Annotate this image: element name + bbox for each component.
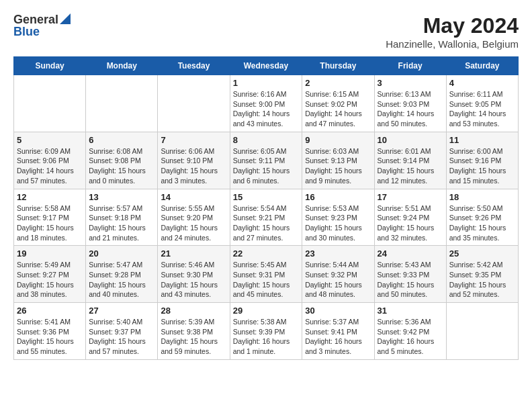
day-number: 11 [449,135,515,145]
weekday-header: Sunday [14,57,86,75]
day-info: Sunrise: 6:05 AM Sunset: 9:11 PM Dayligh… [233,146,300,186]
day-info: Sunrise: 5:51 AM Sunset: 9:24 PM Dayligh… [378,203,443,243]
day-info: Sunrise: 5:41 AM Sunset: 9:36 PM Dayligh… [17,317,83,357]
day-number: 3 [378,78,443,88]
day-info: Sunrise: 5:42 AM Sunset: 9:35 PM Dayligh… [449,260,515,300]
calendar-cell: 5Sunrise: 6:09 AM Sunset: 9:06 PM Daylig… [14,132,86,189]
calendar-cell: 30Sunrise: 5:37 AM Sunset: 9:41 PM Dayli… [302,303,374,360]
logo-blue-text: Blue [13,26,40,38]
day-number: 1 [233,78,300,88]
logo: General Blue [13,13,71,38]
calendar-cell: 19Sunrise: 5:49 AM Sunset: 9:27 PM Dayli… [14,246,86,303]
day-info: Sunrise: 6:16 AM Sunset: 9:00 PM Dayligh… [233,89,300,129]
calendar-cell: 24Sunrise: 5:43 AM Sunset: 9:33 PM Dayli… [374,246,446,303]
day-number: 15 [233,192,300,202]
calendar-cell: 6Sunrise: 6:08 AM Sunset: 9:08 PM Daylig… [86,132,158,189]
calendar-cell: 23Sunrise: 5:44 AM Sunset: 9:32 PM Dayli… [302,246,374,303]
calendar-cell: 12Sunrise: 5:58 AM Sunset: 9:17 PM Dayli… [14,189,86,246]
calendar-week-row: 5Sunrise: 6:09 AM Sunset: 9:06 PM Daylig… [14,132,519,189]
day-number: 21 [161,248,226,259]
day-number: 6 [89,135,154,145]
calendar-week-row: 19Sunrise: 5:49 AM Sunset: 9:27 PM Dayli… [14,246,519,303]
day-info: Sunrise: 5:37 AM Sunset: 9:41 PM Dayligh… [305,317,371,357]
day-info: Sunrise: 6:00 AM Sunset: 9:16 PM Dayligh… [449,146,515,186]
calendar-cell: 17Sunrise: 5:51 AM Sunset: 9:24 PM Dayli… [374,189,446,246]
day-number: 28 [161,306,226,316]
day-info: Sunrise: 6:15 AM Sunset: 9:02 PM Dayligh… [305,89,371,129]
day-info: Sunrise: 5:55 AM Sunset: 9:20 PM Dayligh… [161,203,226,243]
calendar-cell: 7Sunrise: 6:06 AM Sunset: 9:10 PM Daylig… [158,132,230,189]
day-info: Sunrise: 5:38 AM Sunset: 9:39 PM Dayligh… [233,317,300,357]
day-number: 5 [17,135,83,145]
day-number: 4 [449,78,515,88]
day-number: 12 [17,192,83,202]
day-info: Sunrise: 5:46 AM Sunset: 9:30 PM Dayligh… [161,260,226,300]
day-number: 10 [378,135,443,145]
calendar-cell [158,75,230,132]
calendar-cell: 4Sunrise: 6:11 AM Sunset: 9:05 PM Daylig… [446,75,518,132]
weekday-header: Monday [86,57,158,75]
day-number: 13 [89,192,154,202]
calendar-cell [446,303,518,360]
day-info: Sunrise: 5:45 AM Sunset: 9:31 PM Dayligh… [233,260,300,300]
title-section: May 2024 Hanzinelle, Wallonia, Belgium [386,13,519,50]
calendar-week-row: 1Sunrise: 6:16 AM Sunset: 9:00 PM Daylig… [14,75,519,132]
day-number: 31 [378,306,443,316]
day-number: 26 [17,306,83,316]
weekday-header: Thursday [302,57,374,75]
day-number: 25 [449,248,515,259]
weekday-header: Friday [374,57,446,75]
day-info: Sunrise: 6:13 AM Sunset: 9:03 PM Dayligh… [378,89,443,129]
day-number: 18 [449,192,515,202]
day-info: Sunrise: 5:44 AM Sunset: 9:32 PM Dayligh… [305,260,371,300]
day-number: 9 [305,135,371,145]
calendar-cell: 3Sunrise: 6:13 AM Sunset: 9:03 PM Daylig… [374,75,446,132]
calendar-cell: 26Sunrise: 5:41 AM Sunset: 9:36 PM Dayli… [14,303,86,360]
day-info: Sunrise: 6:08 AM Sunset: 9:08 PM Dayligh… [89,146,154,186]
day-info: Sunrise: 5:36 AM Sunset: 9:42 PM Dayligh… [378,317,443,357]
weekday-header: Tuesday [158,57,230,75]
calendar-body: 1Sunrise: 6:16 AM Sunset: 9:00 PM Daylig… [14,75,519,360]
month-title: May 2024 [386,13,519,38]
calendar-cell: 15Sunrise: 5:54 AM Sunset: 9:21 PM Dayli… [230,189,302,246]
weekday-header: Saturday [446,57,518,75]
calendar-cell: 1Sunrise: 6:16 AM Sunset: 9:00 PM Daylig… [230,75,302,132]
calendar-cell: 27Sunrise: 5:40 AM Sunset: 9:37 PM Dayli… [86,303,158,360]
day-info: Sunrise: 5:39 AM Sunset: 9:38 PM Dayligh… [161,317,226,357]
calendar-cell [86,75,158,132]
day-info: Sunrise: 5:49 AM Sunset: 9:27 PM Dayligh… [17,260,83,300]
day-info: Sunrise: 5:53 AM Sunset: 9:23 PM Dayligh… [305,203,371,243]
svg-marker-0 [60,13,71,24]
day-info: Sunrise: 5:47 AM Sunset: 9:28 PM Dayligh… [89,260,154,300]
calendar-cell: 13Sunrise: 5:57 AM Sunset: 9:18 PM Dayli… [86,189,158,246]
calendar-cell: 2Sunrise: 6:15 AM Sunset: 9:02 PM Daylig… [302,75,374,132]
day-number: 22 [233,248,300,259]
day-info: Sunrise: 5:50 AM Sunset: 9:26 PM Dayligh… [449,203,515,243]
day-number: 2 [305,78,371,88]
day-info: Sunrise: 6:01 AM Sunset: 9:14 PM Dayligh… [378,146,443,186]
calendar-cell: 21Sunrise: 5:46 AM Sunset: 9:30 PM Dayli… [158,246,230,303]
logo-icon [60,13,71,24]
day-number: 27 [89,306,154,316]
calendar-cell: 18Sunrise: 5:50 AM Sunset: 9:26 PM Dayli… [446,189,518,246]
location-subtitle: Hanzinelle, Wallonia, Belgium [386,38,519,50]
calendar-cell: 20Sunrise: 5:47 AM Sunset: 9:28 PM Dayli… [86,246,158,303]
calendar-cell: 10Sunrise: 6:01 AM Sunset: 9:14 PM Dayli… [374,132,446,189]
calendar-cell: 22Sunrise: 5:45 AM Sunset: 9:31 PM Dayli… [230,246,302,303]
day-info: Sunrise: 5:58 AM Sunset: 9:17 PM Dayligh… [17,203,83,243]
day-info: Sunrise: 6:03 AM Sunset: 9:13 PM Dayligh… [305,146,371,186]
calendar-cell: 11Sunrise: 6:00 AM Sunset: 9:16 PM Dayli… [446,132,518,189]
day-number: 7 [161,135,226,145]
day-number: 24 [378,248,443,259]
day-number: 23 [305,248,371,259]
page-header: General Blue May 2024 Hanzinelle, Wallon… [13,13,519,50]
calendar-cell: 29Sunrise: 5:38 AM Sunset: 9:39 PM Dayli… [230,303,302,360]
calendar-table: SundayMondayTuesdayWednesdayThursdayFrid… [13,56,519,360]
calendar-week-row: 12Sunrise: 5:58 AM Sunset: 9:17 PM Dayli… [14,189,519,246]
logo-general-text: General [13,13,58,26]
day-number: 17 [378,192,443,202]
day-info: Sunrise: 5:57 AM Sunset: 9:18 PM Dayligh… [89,203,154,243]
weekday-header: Wednesday [230,57,302,75]
calendar-cell: 8Sunrise: 6:05 AM Sunset: 9:11 PM Daylig… [230,132,302,189]
day-info: Sunrise: 6:09 AM Sunset: 9:06 PM Dayligh… [17,146,83,186]
